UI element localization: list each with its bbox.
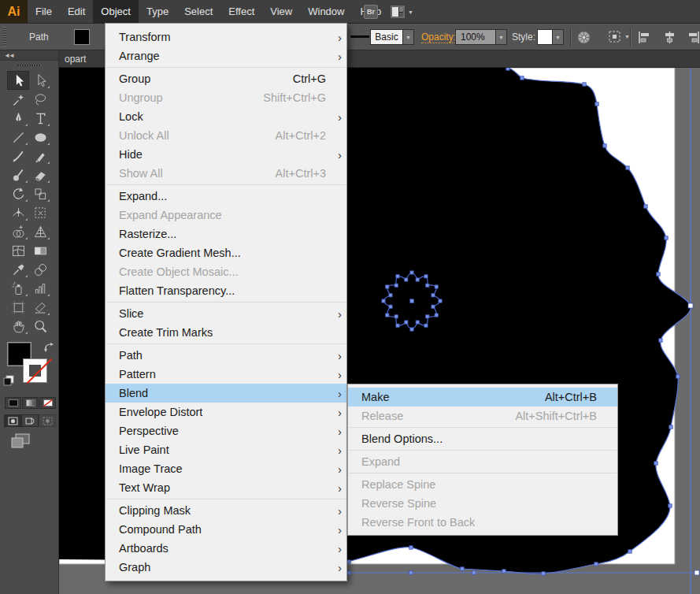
paintbrush-tool[interactable] [7,147,29,165]
draw-behind-button[interactable] [21,414,39,427]
submenu-arrow-icon: › [332,308,342,320]
collapse-panel-button[interactable]: ◄◄ [0,50,58,61]
menubar-item-file[interactable]: File [28,0,60,23]
menu-item-envelope-distort[interactable]: Envelope Distort› [106,403,346,421]
menu-item-live-paint[interactable]: Live Paint› [106,440,346,459]
ellipse-tool[interactable] [29,128,51,147]
line-segment-tool[interactable] [7,128,29,147]
menubar-item-window[interactable]: Window [300,0,352,23]
menu-item-label: Create Trim Marks [119,326,332,339]
menu-item-image-trace[interactable]: Image Trace› [106,459,346,478]
rotate-tool[interactable] [7,184,29,203]
brush-definition-field[interactable]: Basic [370,29,403,45]
column-graph-tool[interactable] [29,279,51,298]
menu-item-blend[interactable]: Blend› [106,384,346,403]
fill-color-well[interactable] [74,29,90,45]
submenu-arrow-icon: › [332,407,342,418]
menubar-item-type[interactable]: Type [139,0,176,23]
menu-item-transform[interactable]: Transform› [106,28,346,46]
shape-builder-tool[interactable] [7,222,29,241]
menu-item-group[interactable]: GroupCtrl+G [106,69,346,88]
opacity-link[interactable]: Opacity: [421,32,456,43]
scale-tool[interactable] [29,184,51,203]
menu-item-hide[interactable]: Hide› [106,145,346,164]
selection-tool-icon [10,72,27,89]
slice-tool[interactable] [29,298,51,317]
menu-item-shortcut: Alt+Shift+Ctrl+B [515,410,603,422]
menu-item-artboards[interactable]: Artboards› [106,539,346,558]
menu-item-pattern[interactable]: Pattern› [106,365,346,384]
menu-item-compound-path[interactable]: Compound Path› [106,520,346,539]
menu-item-clipping-mask[interactable]: Clipping Mask› [106,501,346,520]
align-horizontal-center-button[interactable] [663,31,676,44]
default-fill-stroke-icon[interactable] [3,375,14,386]
eraser-tool[interactable] [29,165,51,184]
selection-tool[interactable] [7,71,29,90]
swap-fill-stroke-icon[interactable] [44,342,55,352]
menu-item-create-trim-marks[interactable]: Create Trim Marks [106,323,346,342]
blob-brush-tool[interactable] [7,165,29,184]
menu-item-lock[interactable]: Lock› [106,107,346,126]
screen-mode-button[interactable] [11,433,30,448]
lasso-tool[interactable] [29,90,51,109]
menubar-item-edit[interactable]: Edit [60,0,93,23]
menu-item-path[interactable]: Path› [106,346,346,365]
eyedropper-tool[interactable] [7,260,29,279]
panel-drag-grip[interactable] [17,65,41,66]
menu-item-make[interactable]: MakeAlt+Ctrl+B [348,388,617,407]
style-dropdown-button[interactable]: ▼ [553,29,564,45]
stroke-color-swatch[interactable] [23,358,47,383]
document-tab[interactable]: opart [59,50,94,68]
opacity-dropdown-button[interactable]: ▼ [496,29,507,45]
menu-item-flatten-transparency[interactable]: Flatten Transparency... [106,281,346,300]
none-button[interactable] [39,397,56,409]
menu-item-rasterize[interactable]: Rasterize... [106,225,346,243]
align-horizontal-right-button[interactable] [687,31,700,44]
brush-dropdown-button[interactable]: ▼ [403,29,414,45]
magic-wand-tool[interactable] [7,90,29,109]
blend-tool[interactable] [29,260,51,279]
menubar-item-view[interactable]: View [262,0,300,23]
menu-item-arrange[interactable]: Arrange› [106,46,346,65]
hand-tool[interactable] [7,317,29,336]
menubar-item-object[interactable]: Object [93,0,139,23]
free-transform-tool[interactable] [29,203,51,222]
workspace-switcher-button[interactable]: ▼ [391,6,413,18]
menu-item-label: Blend Options... [361,433,603,445]
draw-normal-button[interactable] [4,414,21,427]
pencil-tool[interactable] [29,147,51,165]
menu-item-label: Clipping Mask [119,504,332,517]
menu-item-blend-options[interactable]: Blend Options... [348,429,617,448]
artboard-tool[interactable] [7,298,29,317]
gradient-button[interactable] [22,397,39,409]
stroke-preview [350,35,369,38]
menu-item-expand[interactable]: Expand... [106,187,346,206]
recolor-artwork-icon[interactable] [577,31,591,44]
zoom-tool[interactable] [29,317,51,336]
opacity-value-field[interactable]: 100% [455,29,496,45]
color-button[interactable] [5,397,21,409]
draw-inside-button[interactable] [39,414,56,427]
menu-item-shortcut: Alt+Ctrl+3 [276,167,332,180]
mesh-tool[interactable] [7,241,29,260]
menu-item-graph[interactable]: Graph› [106,558,346,577]
direct-selection-tool[interactable] [29,71,51,90]
gradient-tool[interactable] [29,241,51,260]
menubar-item-select[interactable]: Select [176,0,220,23]
style-swatch[interactable] [537,29,553,45]
align-horizontal-left-button[interactable] [638,31,651,44]
symbol-sprayer-tool[interactable] [7,279,29,298]
bridge-button[interactable]: Br [364,5,378,19]
menubar-item-effect[interactable]: Effect [220,0,262,23]
type-tool[interactable] [29,109,51,128]
menu-item-perspective[interactable]: Perspective› [106,421,346,440]
menu-item-slice[interactable]: Slice› [106,304,346,323]
symbol-sprayer-tool-icon [10,280,27,297]
menu-item-text-wrap[interactable]: Text Wrap› [106,478,346,497]
perspective-grid-tool[interactable] [29,222,51,241]
pen-tool[interactable] [7,109,29,128]
panel-grip[interactable] [2,27,6,46]
menu-item-create-gradient-mesh[interactable]: Create Gradient Mesh... [106,243,346,262]
select-similar-button[interactable]: ▼ [608,30,630,43]
width-tool[interactable] [7,203,29,222]
